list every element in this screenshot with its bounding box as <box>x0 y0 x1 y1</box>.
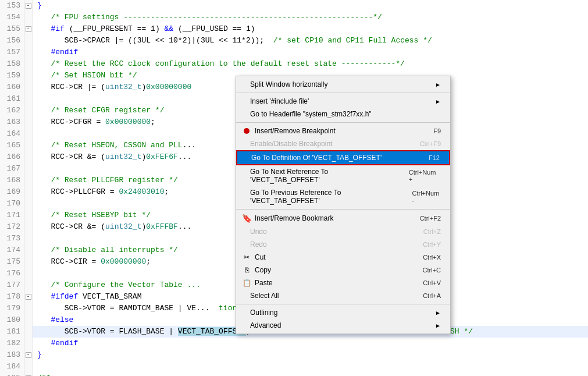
enable-breakpoint-label: Enable/Disable Breakpoint <box>250 140 332 148</box>
enable-breakpoint-shortcut: Ctrl+F9 <box>408 140 441 147</box>
line-content-185: /** <box>33 373 588 376</box>
code-line-158: 158 /* Reset the RCC clock configuration… <box>0 58 588 70</box>
paste-shortcut: Ctrl+V <box>411 279 441 286</box>
outlining-arrow: ► <box>435 310 441 316</box>
line-num-171: 171 <box>0 210 24 221</box>
gutter-163 <box>24 116 33 128</box>
gutter-167 <box>24 163 33 175</box>
split-window-label: Split Window horizontally <box>250 80 327 88</box>
line-num-167: 167 <box>0 163 24 175</box>
line-num-174: 174 <box>0 244 24 256</box>
gutter-175 <box>24 256 33 268</box>
line-num-180: 180 <box>0 314 24 326</box>
line-content-157: #endif <box>33 47 588 58</box>
line-num-160: 160 <box>0 81 24 93</box>
breakpoint-icon-area <box>241 128 252 134</box>
line-num-185: 185 <box>0 373 24 376</box>
line-num-179: 179 <box>0 303 24 314</box>
line-content-182: #endif <box>33 338 588 349</box>
code-line-156: 156 SCB->CPACR |= ((3UL << 10*2)|(3UL <<… <box>0 35 588 47</box>
paste-label: Paste <box>255 279 273 287</box>
menu-item-go-to-header[interactable]: Go to Headerfile "system_stm32f7xx.h" <box>236 108 450 120</box>
go-to-def-shortcut: F12 <box>417 154 440 161</box>
gutter-177 <box>24 279 33 291</box>
line-num-154: 154 <box>0 12 24 23</box>
code-line-183: 183 - } <box>0 349 588 361</box>
gutter-166 <box>24 151 33 163</box>
gutter-162 <box>24 105 33 116</box>
fold-icon-155[interactable]: - <box>26 26 31 32</box>
copy-shortcut: Ctrl+C <box>411 267 441 274</box>
menu-item-redo[interactable]: Redo Ctrl+Y <box>236 238 450 251</box>
line-content-153: } <box>33 0 588 12</box>
gutter-182 <box>24 338 33 349</box>
gutter-158 <box>24 58 33 70</box>
gutter-170 <box>24 198 33 210</box>
gutter-184 <box>24 361 33 373</box>
menu-item-enable-breakpoint[interactable]: Enable/Disable Breakpoint Ctrl+F9 <box>236 137 450 150</box>
gutter-168 <box>24 175 33 186</box>
gutter-171 <box>24 210 33 221</box>
menu-sep-4 <box>236 304 450 304</box>
advanced-label: Advanced <box>250 321 281 329</box>
go-to-prev-ref-label: Go To Previous Reference To 'VECT_TAB_OF… <box>250 189 401 205</box>
line-content-154: /* FPU settings ------------------------… <box>33 12 588 23</box>
outlining-label: Outlining <box>250 308 277 317</box>
code-editor: 153 - } 154 /* FPU settings ------------… <box>0 0 588 376</box>
gutter-157 <box>24 47 33 58</box>
go-to-prev-ref-shortcut: Ctrl+Num - <box>401 190 441 204</box>
insert-bookmark-shortcut: Ctrl+F2 <box>408 215 441 222</box>
menu-item-copy[interactable]: ⎘ Copy Ctrl+C <box>236 264 450 276</box>
line-num-172: 172 <box>0 221 24 233</box>
line-num-173: 173 <box>0 233 24 244</box>
go-to-header-label: Go to Headerfile "system_stm32f7xx.h" <box>250 110 372 118</box>
insert-bookmark-label: Insert/Remove Bookmark <box>255 214 333 222</box>
copy-label: Copy <box>255 266 271 274</box>
line-num-177: 177 <box>0 279 24 291</box>
gutter-156 <box>24 35 33 47</box>
insert-include-arrow: ► <box>435 98 441 105</box>
gutter-183: - <box>24 349 33 361</box>
gutter-172 <box>24 221 33 233</box>
menu-item-go-to-def[interactable]: Go To Definition Of 'VECT_TAB_OFFSET' F1… <box>236 150 450 165</box>
gutter-173 <box>24 233 33 244</box>
insert-include-label: Insert '#include file' <box>250 97 309 105</box>
line-num-183: 183 <box>0 349 24 361</box>
gutter-160 <box>24 81 33 93</box>
select-all-shortcut: Ctrl+A <box>411 292 441 299</box>
line-num-158: 158 <box>0 58 24 70</box>
menu-sep-2 <box>236 122 450 123</box>
fold-icon-153[interactable]: - <box>26 3 31 9</box>
menu-item-paste[interactable]: 📋 Paste Ctrl+V <box>236 276 450 289</box>
undo-shortcut: Ctrl+Z <box>412 228 441 235</box>
menu-item-go-to-prev-ref[interactable]: Go To Previous Reference To 'VECT_TAB_OF… <box>236 186 450 207</box>
copy-icon: ⎘ <box>241 266 252 274</box>
gutter-169 <box>24 186 33 198</box>
fold-icon-183[interactable]: - <box>26 352 31 358</box>
menu-item-split-window[interactable]: Split Window horizontally ► <box>236 78 450 91</box>
go-to-def-label: Go To Definition Of 'VECT_TAB_OFFSET' <box>251 154 382 162</box>
menu-item-undo[interactable]: Undo Ctrl+Z <box>236 225 450 238</box>
gutter-154 <box>24 12 33 23</box>
line-num-182: 182 <box>0 338 24 349</box>
line-num-155: 155 <box>0 23 24 35</box>
menu-item-insert-include[interactable]: Insert '#include file' ► <box>236 95 450 108</box>
menu-item-advanced[interactable]: Advanced ► <box>236 319 450 332</box>
line-num-161: 161 <box>0 93 24 105</box>
menu-item-insert-breakpoint[interactable]: Insert/Remove Breakpoint F9 <box>236 125 450 137</box>
line-num-170: 170 <box>0 198 24 210</box>
scissors-icon: ✂ <box>241 253 252 261</box>
go-to-next-ref-shortcut: Ctrl+Num + <box>397 169 441 183</box>
gutter-176 <box>24 268 33 279</box>
menu-item-insert-bookmark[interactable]: 🔖 Insert/Remove Bookmark Ctrl+F2 <box>236 211 450 225</box>
menu-item-go-to-next-ref[interactable]: Go To Next Reference To 'VECT_TAB_OFFSET… <box>236 165 450 186</box>
line-num-166: 166 <box>0 151 24 163</box>
menu-item-select-all[interactable]: Select All Ctrl+A <box>236 289 450 302</box>
gutter-181 <box>24 326 33 338</box>
line-content-156: SCB->CPACR |= ((3UL << 10*2)|(3UL << 11*… <box>33 35 588 47</box>
line-num-175: 175 <box>0 256 24 268</box>
menu-item-cut[interactable]: ✂ Cut Ctrl+X <box>236 251 450 264</box>
menu-item-outlining[interactable]: Outlining ► <box>236 306 450 319</box>
fold-icon-178[interactable]: - <box>26 294 31 300</box>
gutter-165 <box>24 140 33 151</box>
